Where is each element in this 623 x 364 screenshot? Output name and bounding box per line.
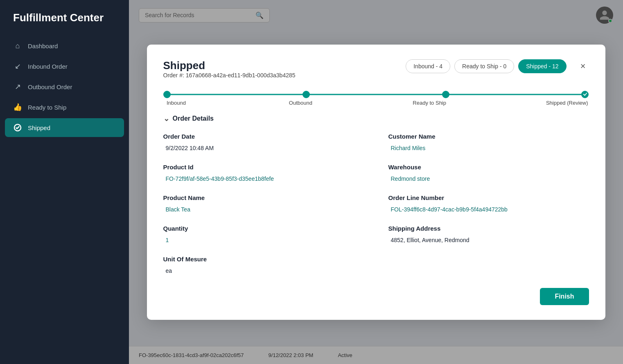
step-ready-to-ship <box>442 91 449 98</box>
label-outbound: Outbound <box>288 100 313 106</box>
sidebar-item-dashboard[interactable]: ⌂ Dashboard <box>5 36 124 55</box>
outbound-icon: ↗ <box>13 82 22 91</box>
shipped-modal: Shipped Order #: 167a0668-a42a-ed11-9db1… <box>147 45 605 320</box>
label-inbound: Inbound <box>164 100 189 106</box>
modal-footer: Finish <box>163 288 589 305</box>
inbound-icon: ↙ <box>13 62 22 71</box>
order-line-number-label: Order Line Number <box>388 194 589 201</box>
checkmark-icon <box>583 92 587 97</box>
sidebar-label-ready: Ready to Ship <box>28 104 66 111</box>
sidebar: Fulfillment Center ⌂ Dashboard ↙ Inbound… <box>0 0 129 364</box>
order-line-number-value: FOL-394ff6c8-4d97-4cac-b9b9-5f4a494722bb <box>388 204 589 213</box>
sidebar-item-outbound-order[interactable]: ↗ Outbound Order <box>5 77 124 96</box>
product-name-field: Product Name Black Tea <box>163 194 364 213</box>
order-date-label: Order Date <box>163 133 364 140</box>
product-id-value: FO-72f9f/af-58e5-43b9-85f3-d35ee1b8fefe <box>163 173 364 183</box>
section-title: Order Details <box>173 115 214 122</box>
order-number-value: 167a0668-a42a-ed11-9db1-000d3a3b4285 <box>186 72 296 79</box>
sidebar-item-ready-to-ship[interactable]: 👍 Ready to Ship <box>5 98 124 117</box>
order-date-field: Order Date 9/2/2022 10:48 AM <box>163 133 364 152</box>
order-date-value: 9/2/2022 10:48 AM <box>163 142 364 152</box>
quantity-value: 1 <box>163 234 364 244</box>
label-shipped-review: Shipped (Review) <box>546 100 588 106</box>
order-details-grid: Order Date 9/2/2022 10:48 AM Customer Na… <box>163 133 589 275</box>
app-title: Fulfillment Center <box>0 0 129 36</box>
modal-title: Shipped <box>163 59 296 72</box>
chevron-icon: ⌄ <box>163 114 169 123</box>
sidebar-label-dashboard: Dashboard <box>28 43 58 49</box>
sidebar-label-inbound: Inbound Order <box>28 63 68 70</box>
unit-of-measure-value: ea <box>163 265 364 275</box>
modal-header-right: Inbound - 4 Ready to Ship - 0 Shipped - … <box>406 59 589 73</box>
home-icon: ⌂ <box>13 41 22 50</box>
modal-header: Shipped Order #: 167a0668-a42a-ed11-9db1… <box>163 59 589 88</box>
order-number-label: Order #: <box>163 72 184 79</box>
warehouse-label: Warehouse <box>388 164 589 171</box>
shipping-address-field: Shipping Address 4852, Elliot, Avenue, R… <box>388 225 589 244</box>
shipped-icon <box>13 123 22 132</box>
sidebar-item-inbound-order[interactable]: ↙ Inbound Order <box>5 57 124 76</box>
step-outbound <box>302 91 310 98</box>
badge-inbound[interactable]: Inbound - 4 <box>406 59 450 73</box>
warehouse-value: Redmond store <box>388 173 589 183</box>
unit-of-measure-label: Unit Of Mesure <box>163 256 364 263</box>
product-name-label: Product Name <box>163 194 364 201</box>
finish-button[interactable]: Finish <box>540 288 589 305</box>
warehouse-field: Warehouse Redmond store <box>388 164 589 183</box>
step-inbound <box>163 91 171 98</box>
badge-shipped[interactable]: Shipped - 12 <box>518 59 566 73</box>
modal-overlay: Shipped Order #: 167a0668-a42a-ed11-9db1… <box>129 0 623 364</box>
order-number: Order #: 167a0668-a42a-ed11-9db1-000d3a3… <box>163 72 296 79</box>
sidebar-label-shipped: Shipped <box>28 124 50 131</box>
modal-badges: Inbound - 4 Ready to Ship - 0 Shipped - … <box>406 59 566 73</box>
sidebar-label-outbound: Outbound Order <box>28 83 72 90</box>
customer-name-field: Customer Name Richard Miles <box>388 133 589 152</box>
progress-labels: Inbound Outbound Ready to Ship Shipped (… <box>163 100 589 106</box>
customer-name-label: Customer Name <box>388 133 589 140</box>
product-name-value: Black Tea <box>163 204 364 213</box>
shipping-address-label: Shipping Address <box>388 225 589 232</box>
quantity-label: Quantity <box>163 225 364 232</box>
ready-icon: 👍 <box>13 103 22 112</box>
step-shipped-review <box>581 91 589 98</box>
modal-close-button[interactable]: × <box>577 59 589 73</box>
modal-title-area: Shipped Order #: 167a0668-a42a-ed11-9db1… <box>163 59 296 88</box>
product-id-label: Product Id <box>163 164 364 171</box>
unit-of-measure-field: Unit Of Mesure ea <box>163 256 364 275</box>
badge-ready-to-ship[interactable]: Ready to Ship - 0 <box>454 59 514 73</box>
sidebar-nav: ⌂ Dashboard ↙ Inbound Order ↗ Outbound O… <box>0 36 129 137</box>
sidebar-item-shipped[interactable]: Shipped <box>5 118 124 137</box>
order-details-toggle[interactable]: ⌄ Order Details <box>163 114 589 123</box>
main-content: 🔍 Shipped Order #: 167a0668-a42a-ed11-9d… <box>129 0 623 364</box>
customer-name-value: Richard Miles <box>388 142 589 152</box>
order-line-number-field: Order Line Number FOL-394ff6c8-4d97-4cac… <box>388 194 589 213</box>
shipping-address-value: 4852, Elliot, Avenue, Redmond <box>388 234 589 244</box>
label-ready-to-ship: Ready to Ship <box>413 100 446 106</box>
progress-steps <box>163 91 589 98</box>
product-id-field: Product Id FO-72f9f/af-58e5-43b9-85f3-d3… <box>163 164 364 183</box>
quantity-field: Quantity 1 <box>163 225 364 244</box>
progress-container <box>163 91 589 98</box>
